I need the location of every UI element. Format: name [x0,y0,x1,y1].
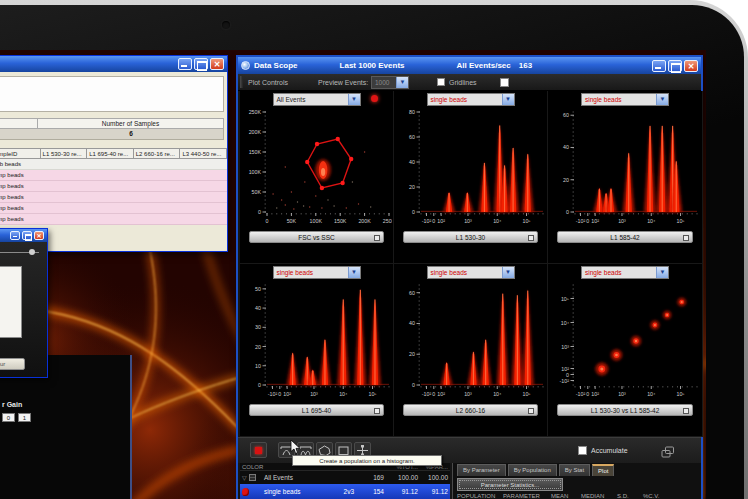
parameter-statistics-button[interactable]: Parameter Statistics... [457,478,563,491]
chevron-down-icon[interactable]: ▼ [348,267,360,278]
acquisition-dialog: ).fcs ...uting our [0,228,48,378]
chevron-down-icon[interactable]: ▼ [348,94,360,105]
scatter-plot-canvas[interactable]: 050K100K150K200K250K050K100K150K200K250K [242,107,392,229]
cascade-windows-icon[interactable] [661,446,675,458]
svg-text:10⁴: 10⁴ [493,218,502,224]
svg-text:100K: 100K [248,169,261,175]
svg-text:10³: 10³ [618,391,626,397]
col-l1-695-40[interactable]: L1 695-40 re... [87,149,134,158]
population-select[interactable]: single beads▼ [273,266,361,279]
close-button[interactable] [210,58,224,70]
label-checkbox[interactable] [528,235,534,241]
svg-text:20: 20 [409,184,415,190]
svg-text:10²: 10² [437,391,445,397]
axis-label-bar[interactable]: L1 530-30 [403,231,538,243]
label-checkbox[interactable] [683,235,689,241]
toolbar-color-box[interactable] [500,78,509,87]
svg-text:250K: 250K [382,218,391,224]
population-row-all-events[interactable]: ▽ All Events 169 100.00 100.00 [240,471,450,484]
record-button[interactable] [250,442,267,458]
dialog-info-box: ).fcs ...uting [0,266,22,338]
close-button[interactable] [34,231,44,240]
population-select[interactable]: All Events▼ [273,93,361,106]
tab-by-population[interactable]: By Population [508,464,557,476]
axis-label-bar[interactable]: L1 530-30 vs L1 585-42 [557,404,693,416]
sample-row[interactable]: comp beads [0,181,227,192]
tab-plot[interactable]: Plot [592,464,614,476]
gain-stepper-left[interactable]: 0 [2,413,15,422]
tab-by-stat[interactable]: By Stat [559,464,590,476]
col-l1-530-30[interactable]: L1 530-30 re... [41,149,88,158]
minimize-button[interactable] [178,58,192,70]
minimize-button[interactable] [652,60,666,72]
col-median: MEDIAN [581,493,617,499]
svg-text:0: 0 [586,218,589,224]
preview-events-select[interactable]: 1000 ▼ [371,76,409,89]
col-cv: %C.V. [643,493,673,499]
maximize-button[interactable] [194,58,208,70]
histogram-canvas[interactable]: -10²010²10³10⁴10⁵0204060 [550,107,700,229]
gridlines-checkbox[interactable] [437,78,445,86]
label-checkbox[interactable] [528,408,534,414]
app-icon [241,61,250,70]
svg-text:10³: 10³ [561,344,569,350]
histogram-canvas[interactable]: -10²010²10³10⁴10⁵0204060 [396,280,546,402]
chevron-down-icon[interactable]: ▼ [656,94,668,105]
label-checkbox[interactable] [374,408,380,414]
svg-text:-10²: -10² [421,218,431,224]
chevron-down-icon[interactable]: ▼ [656,267,668,278]
col-sampleid[interactable]: SampleID [0,149,41,158]
accumulate-checkbox[interactable] [578,446,587,455]
histogram-canvas[interactable]: -10²010²10³10⁴10⁵020406080 [396,107,546,229]
plot-controls-label[interactable]: Plot Controls [248,79,288,86]
expander-icon[interactable]: ▽ [242,474,247,481]
toolbar-grip[interactable] [240,76,243,88]
sample-row[interactable]: comp beads [0,203,227,214]
dialog-titlebar[interactable] [0,229,47,242]
svg-text:10³: 10³ [464,391,472,397]
sample-row[interactable]: comp beads [0,170,227,181]
svg-text:150K: 150K [248,149,261,155]
chevron-down-icon[interactable]: ▼ [502,267,514,278]
color-column-header[interactable]: COLOR [240,464,264,470]
svg-text:10²: 10² [591,218,599,224]
chevron-down-icon[interactable]: ▼ [396,77,408,88]
scatter-plot-canvas[interactable]: -10²010²10³10⁴10⁵-10²010²10³10⁴10⁵ [550,280,700,402]
close-button[interactable] [684,60,698,72]
axis-label-bar[interactable]: FSC vs SSC [249,231,384,243]
tab-by-parameter[interactable]: By Parameter [457,464,506,476]
plot-grid: All Events▼ 050K100K150K200K250K050K100K… [240,91,703,437]
minimize-button[interactable] [10,231,20,240]
status-text: ...uting [0,301,19,307]
svg-text:40: 40 [409,159,415,165]
axis-label-bar[interactable]: L1 585-42 [557,231,693,243]
population-select[interactable]: single beads▼ [427,93,515,106]
population-select[interactable]: single beads▼ [581,93,669,106]
label-checkbox[interactable] [683,408,689,414]
axis-label-bar[interactable]: L2 660-16 [403,404,538,416]
summary-table-row: 6 [0,129,224,140]
label-checkbox[interactable] [374,235,380,241]
samples-window-titlebar[interactable] [0,56,227,72]
population-select[interactable]: single beads▼ [581,266,669,279]
gain-stepper-right[interactable]: 1 [18,413,31,422]
col-l3-440-50[interactable]: L3 440-50 re... [180,149,227,158]
quadrant-gate-icon [356,445,369,456]
sample-row[interactable]: comp beads [0,192,227,203]
axis-label-bar[interactable]: L1 695-40 [249,404,384,416]
svg-text:0: 0 [265,218,268,224]
population-select[interactable]: single beads▼ [427,266,515,279]
scope-titlebar[interactable]: Data Scope Last 1000 Events All Events/s… [238,57,701,74]
population-row-single-beads[interactable]: single beads 2v3 154 91.12 91.12 [240,484,450,499]
sample-row[interactable]: Q&b beads [0,159,227,170]
svg-text:10²: 10² [591,391,599,397]
histogram-canvas[interactable]: -10²010²10³10⁴10⁵01020304050 [242,280,392,402]
slider-knob[interactable] [29,249,35,255]
sample-row[interactable]: comp beads [0,214,227,225]
dialog-button[interactable]: our [0,358,25,370]
maximize-button[interactable] [668,60,682,72]
file-name-text: ).fcs [0,273,19,279]
maximize-button[interactable] [22,231,32,240]
chevron-down-icon[interactable]: ▼ [502,94,514,105]
col-l2-660-16[interactable]: L2 660-16 re... [134,149,181,158]
